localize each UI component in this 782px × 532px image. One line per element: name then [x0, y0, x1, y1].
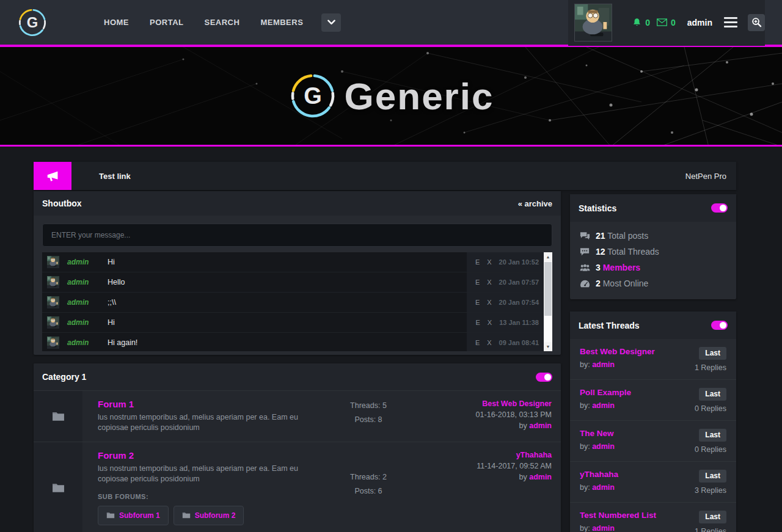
- shout-timestamp: 09 Jan 08:41: [499, 339, 539, 346]
- shout-username[interactable]: admin: [67, 298, 99, 307]
- lastpost-by-label: by: [519, 473, 527, 481]
- shout-edit-button[interactable]: E: [475, 339, 480, 346]
- latest-threads-collapse-toggle[interactable]: [711, 321, 728, 330]
- thread-title-link[interactable]: The New: [580, 429, 615, 438]
- shout-avatar[interactable]: [47, 296, 59, 308]
- scrollbar-down-arrow[interactable]: ▼: [544, 342, 552, 351]
- thread-title-link[interactable]: Test Numbered List: [580, 511, 656, 520]
- shout-avatar[interactable]: [47, 316, 59, 329]
- category-header: Category 1: [34, 363, 561, 390]
- forum-row-1: Forum 1 lus nostrum temporibus ad, meliu…: [34, 390, 561, 442]
- statistics-collapse-toggle[interactable]: [711, 203, 728, 213]
- shout-meta: E X 20 Jan 07:54: [467, 293, 552, 312]
- site-logo-icon[interactable]: [17, 7, 48, 38]
- scrollbar-up-arrow[interactable]: ▲: [544, 252, 552, 261]
- shoutbox-message-list: admin Hi E X 20 Jan 10:52 admin Hello: [42, 252, 552, 351]
- right-sidebar: Statistics 21 Total posts 12 Total Threa…: [570, 194, 736, 532]
- scrollbar-thumb[interactable]: [544, 262, 552, 316]
- lastpost-thread-link[interactable]: yThahaha: [420, 451, 552, 459]
- thread-author-link[interactable]: admin: [592, 524, 615, 532]
- thread-author-link[interactable]: admin: [592, 483, 615, 492]
- category-collapse-toggle[interactable]: [536, 373, 552, 382]
- shout-delete-button[interactable]: X: [488, 319, 492, 326]
- statistics-body: 21 Total posts 12 Total Threads 3 Member…: [570, 222, 736, 299]
- shout-username[interactable]: admin: [67, 338, 99, 347]
- last-post-button[interactable]: Last: [699, 511, 726, 523]
- shout-username[interactable]: admin: [67, 278, 99, 286]
- stat-total-threads: 12 Total Threads: [580, 244, 726, 260]
- shoutbox-message-input[interactable]: [42, 224, 552, 247]
- menu-item-home[interactable]: HOME: [104, 18, 129, 27]
- shout-timestamp: 20 Jan 07:57: [499, 279, 539, 286]
- lastpost-user-link[interactable]: admin: [529, 421, 552, 430]
- latest-thread-item: yThahaha by: admin Last 3 Replies: [570, 462, 736, 503]
- latest-threads-title: Latest Threads: [579, 321, 640, 330]
- forum-lastpost: yThahaha 11-14-2017, 09:52 AM by admin: [420, 442, 561, 532]
- subforum-label: Subforum 2: [195, 511, 236, 520]
- menu-item-members[interactable]: MEMBERS: [260, 18, 303, 27]
- shout-avatar[interactable]: [47, 276, 59, 288]
- last-post-button[interactable]: Last: [699, 388, 726, 401]
- shout-delete-button[interactable]: X: [487, 279, 491, 286]
- shout-edit-button[interactable]: E: [475, 299, 480, 306]
- announcement-bar: Test link NetPen Pro: [34, 162, 736, 190]
- thread-author-link[interactable]: admin: [592, 401, 615, 410]
- thread-replies-count: 0 Replies: [695, 445, 726, 454]
- forum-stats: Threads: 2 Posts: 6: [316, 442, 420, 532]
- thread-replies-count: 1 Replies: [695, 363, 726, 372]
- navbar-user-area: 0 0 admin: [568, 0, 765, 46]
- shout-avatar[interactable]: [47, 256, 59, 268]
- username-link[interactable]: admin: [687, 18, 712, 27]
- shoutbox-scrollbar[interactable]: ▲ ▼: [544, 252, 552, 351]
- comments-icon: [580, 231, 590, 241]
- site-banner-logo[interactable]: Generic: [0, 47, 782, 145]
- shout-avatar[interactable]: [47, 337, 59, 349]
- shout-edit-button[interactable]: E: [475, 258, 480, 266]
- members-link[interactable]: Members: [603, 263, 640, 272]
- shoutbox-archive-link[interactable]: « archive: [518, 199, 552, 208]
- thread-title-link[interactable]: Poll Example: [580, 388, 631, 397]
- subforum-1-button[interactable]: Subforum 1: [98, 506, 169, 525]
- site-title: Generic: [345, 75, 494, 118]
- lastpost-thread-link[interactable]: Best Web Designer: [420, 399, 552, 408]
- alerts-indicator[interactable]: 0: [632, 18, 650, 27]
- menu-item-search[interactable]: SEARCH: [204, 18, 239, 27]
- forum-name-link[interactable]: Forum 2: [98, 450, 310, 461]
- hamburger-icon[interactable]: [724, 17, 737, 27]
- subforum-2-button[interactable]: Subforum 2: [174, 506, 244, 525]
- last-post-button[interactable]: Last: [699, 347, 726, 360]
- shoutbox-body: admin Hi E X 20 Jan 10:52 admin Hello: [34, 216, 561, 355]
- announcement-link[interactable]: Test link: [99, 172, 131, 181]
- shout-delete-button[interactable]: X: [487, 339, 491, 346]
- thread-author-link[interactable]: admin: [592, 442, 615, 451]
- main-menu: HOME PORTAL SEARCH MEMBERS: [104, 18, 303, 27]
- shout-row: admin ;;\\ E X 20 Jan 07:54: [42, 293, 552, 313]
- forum-name-link[interactable]: Forum 1: [98, 399, 310, 409]
- stat-value: 3: [596, 263, 601, 272]
- menu-item-portal[interactable]: PORTAL: [150, 18, 183, 27]
- top-navbar: HOME PORTAL SEARCH MEMBERS 0 0 admin: [0, 0, 782, 47]
- navbar-search-button[interactable]: [748, 14, 765, 31]
- latest-threads-panel: Latest Threads Best Web Designer by: adm…: [570, 312, 736, 532]
- forum-status-column: [34, 391, 82, 442]
- shout-delete-button[interactable]: X: [487, 258, 491, 266]
- shout-delete-button[interactable]: X: [487, 299, 491, 306]
- shout-row: admin Hi again! E X 09 Jan 08:41: [42, 333, 552, 351]
- last-post-button[interactable]: Last: [699, 429, 726, 442]
- main-column: Shoutbox « archive admin Hi E X: [34, 191, 561, 532]
- shout-edit-button[interactable]: E: [475, 279, 480, 286]
- announcement-icon-box[interactable]: [34, 162, 71, 190]
- thread-author-link[interactable]: admin: [592, 360, 615, 369]
- user-avatar[interactable]: [574, 4, 612, 42]
- shout-username[interactable]: admin: [67, 318, 99, 327]
- shoutbox-panel: Shoutbox « archive admin Hi E X: [34, 191, 561, 355]
- header-banner: Generic: [0, 47, 782, 147]
- menu-dropdown-button[interactable]: [321, 13, 341, 32]
- last-post-button[interactable]: Last: [699, 470, 726, 483]
- shout-edit-button[interactable]: E: [475, 319, 480, 326]
- shout-username[interactable]: admin: [67, 258, 99, 266]
- thread-title-link[interactable]: Best Web Designer: [580, 347, 655, 356]
- messages-indicator[interactable]: 0: [657, 18, 676, 27]
- thread-title-link[interactable]: yThahaha: [580, 470, 618, 479]
- lastpost-user-link[interactable]: admin: [529, 473, 552, 481]
